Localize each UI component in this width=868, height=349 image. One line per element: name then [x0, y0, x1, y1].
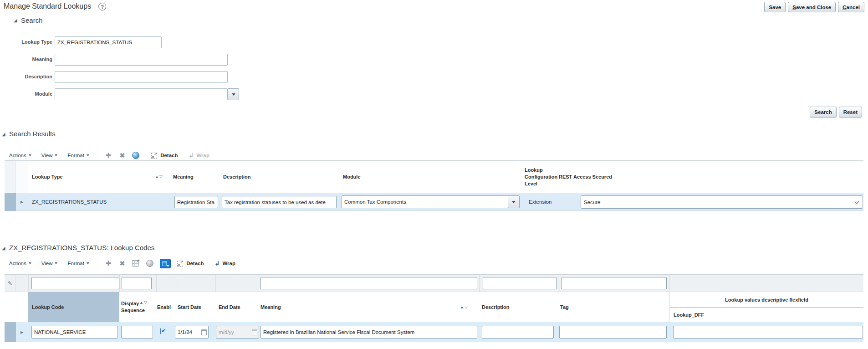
lookup-type-label: Lookup Type — [0, 39, 52, 45]
actions-menu[interactable]: Actions — [9, 261, 31, 266]
chevron-down-icon — [29, 262, 31, 264]
search-form-buttons: Search Reset — [810, 107, 862, 118]
translate-icon[interactable] — [132, 152, 139, 159]
lookup-type-value: ZX_REGISTRATIONS_STATUS — [32, 193, 107, 211]
calendar-icon[interactable] — [252, 329, 257, 335]
column-header-end-date[interactable]: End Date — [219, 292, 240, 322]
wrap-icon[interactable] — [215, 260, 220, 267]
row-lookup-dff-input[interactable] — [673, 326, 863, 339]
results-section-collapse-icon[interactable] — [2, 132, 5, 137]
sort-icons — [155, 161, 163, 193]
search-button[interactable]: Search — [810, 107, 836, 118]
column-header-start-date[interactable]: Start Date — [178, 292, 201, 322]
delete-icon[interactable] — [119, 152, 125, 159]
format-menu[interactable]: Format — [67, 261, 89, 266]
filter-display-sequence-input[interactable] — [122, 277, 152, 289]
results-toolbar: Actions View Format Detach Wrap — [9, 150, 209, 160]
module-input[interactable] — [55, 88, 228, 100]
detach-label[interactable]: Detach — [186, 261, 204, 266]
row-meaning-input[interactable] — [260, 326, 477, 339]
rest-secured-selected-value: Secure — [584, 200, 600, 205]
column-header-lookup-type[interactable]: Lookup Type — [32, 161, 63, 193]
chevron-down-icon — [87, 262, 89, 264]
sort-ascending-icon[interactable] — [139, 300, 143, 305]
search-section-title: Search — [21, 16, 43, 24]
wrap-label[interactable]: Wrap — [222, 261, 235, 266]
row-description-input[interactable] — [222, 196, 337, 208]
module-dropdown-button[interactable] — [228, 88, 239, 100]
translate-icon[interactable] — [146, 260, 153, 267]
column-header-rest-secured[interactable]: REST Access Secured — [559, 161, 612, 193]
expand-row-icon[interactable] — [20, 330, 23, 334]
filter-description-input[interactable] — [483, 277, 557, 289]
column-header-lookup-code[interactable]: Lookup Code — [32, 292, 64, 322]
row-meaning-input[interactable] — [174, 196, 218, 208]
column-header-tag[interactable]: Tag — [560, 292, 569, 322]
sort-descending-icon[interactable] — [144, 300, 147, 305]
row-module-input[interactable] — [342, 195, 508, 208]
reset-button[interactable]: Reset — [839, 107, 862, 118]
row-description-input[interactable] — [482, 326, 554, 339]
export-icon[interactable] — [132, 260, 139, 267]
filter-meaning-input[interactable] — [260, 277, 477, 289]
save-and-close-button[interactable]: Save and Close — [788, 2, 836, 12]
delete-icon[interactable] — [119, 260, 125, 267]
query-by-example-icon[interactable] — [160, 259, 171, 268]
save-button[interactable]: Save — [764, 2, 786, 12]
chevron-down-icon — [55, 262, 57, 264]
column-header-description[interactable]: Description — [482, 292, 510, 322]
start-date-input[interactable] — [178, 329, 201, 335]
search-section-collapse-icon[interactable] — [14, 18, 17, 23]
lookup-type-input[interactable] — [55, 36, 162, 48]
detach-icon[interactable] — [177, 261, 183, 267]
results-section-title: Search Results — [9, 130, 56, 138]
results-table-row[interactable]: ZX_REGISTRATIONS_STATUS Extension Secure — [5, 193, 863, 211]
sort-ascending-icon[interactable] — [460, 305, 464, 309]
sort-icons — [139, 300, 147, 305]
cancel-button[interactable]: Cancel — [838, 2, 864, 12]
rest-secured-select[interactable]: Secure — [581, 195, 863, 209]
sort-descending-icon[interactable] — [159, 174, 163, 179]
column-header-meaning[interactable]: Meaning — [260, 292, 281, 322]
column-header-description[interactable]: Description — [223, 161, 251, 193]
codes-table: Lookup Code Display Sequence Enabl Start… — [5, 274, 863, 341]
row-display-sequence-input[interactable] — [121, 326, 153, 339]
column-header-display-sequence[interactable]: Display Sequence — [121, 292, 150, 322]
filter-tag-input[interactable] — [561, 277, 667, 289]
row-module-dropdown-button[interactable] — [508, 195, 520, 208]
wrap-icon[interactable] — [189, 152, 194, 159]
expand-row-icon[interactable] — [20, 200, 23, 204]
sort-ascending-icon[interactable] — [155, 174, 159, 179]
add-icon[interactable] — [106, 259, 112, 267]
wrap-label[interactable]: Wrap — [196, 153, 209, 158]
column-header-meaning[interactable]: Meaning — [173, 161, 194, 193]
codes-table-row[interactable] — [5, 322, 863, 342]
row-tag-input[interactable] — [559, 326, 667, 339]
meaning-input[interactable] — [55, 54, 228, 66]
column-header-config-level[interactable]: Lookup Configuration Level — [525, 161, 561, 193]
actions-menu[interactable]: Actions — [9, 153, 31, 158]
codes-section-collapse-icon[interactable] — [2, 246, 5, 251]
calendar-icon[interactable] — [201, 329, 207, 335]
help-icon[interactable] — [98, 3, 106, 10]
row-header-cell — [16, 193, 28, 211]
chevron-down-icon — [855, 199, 859, 204]
end-date-input[interactable] — [219, 329, 252, 335]
description-input[interactable] — [55, 71, 228, 83]
format-menu[interactable]: Format — [67, 153, 89, 158]
add-icon[interactable] — [106, 151, 112, 159]
detach-label[interactable]: Detach — [160, 153, 178, 158]
sort-descending-icon[interactable] — [465, 305, 468, 309]
chevron-down-icon — [29, 154, 31, 156]
enabled-checkbox[interactable] — [160, 328, 161, 334]
column-header-module[interactable]: Module — [343, 161, 361, 193]
filter-lookup-code-input[interactable] — [31, 277, 119, 289]
column-header-enabled[interactable]: Enabl — [157, 292, 171, 322]
row-lookup-code-input[interactable] — [31, 326, 118, 339]
view-menu[interactable]: View — [41, 261, 58, 266]
detach-icon[interactable] — [151, 153, 157, 159]
page-action-buttons: Save Save and Close Cancel — [764, 2, 864, 12]
meaning-label: Meaning — [0, 56, 52, 62]
view-menu[interactable]: View — [41, 153, 58, 158]
manage-standard-lookups-page: Manage Standard Lookups Save Save and Cl… — [0, 0, 868, 349]
